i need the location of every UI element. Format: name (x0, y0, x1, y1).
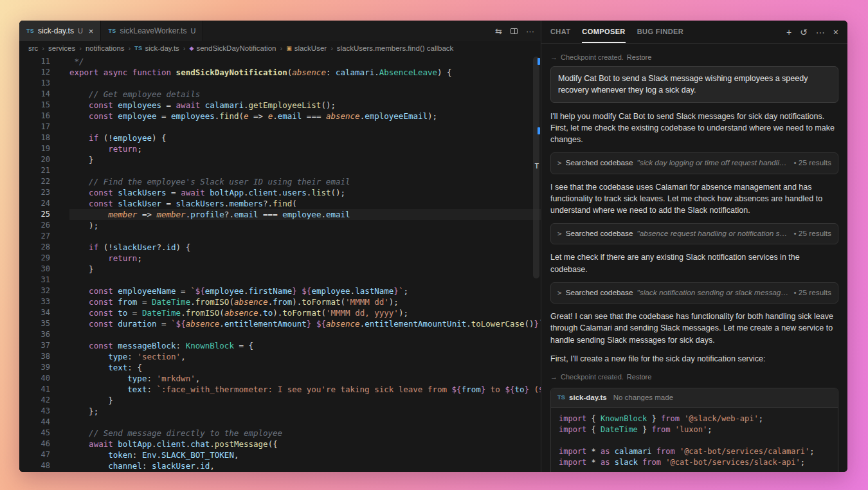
breadcrumb-item-services[interactable]: services (48, 44, 75, 52)
code-line[interactable] (69, 78, 541, 89)
code-line[interactable] (69, 275, 541, 286)
code-line[interactable]: const to = DateTime.fromISO(absence.to).… (69, 307, 541, 318)
overview-ruler-mark (538, 127, 540, 134)
breadcrumb-separator-icon: › (42, 44, 44, 52)
code-line[interactable]: const from = DateTime.fromISO(absence.fr… (69, 296, 541, 307)
code-editor[interactable]: 1112131415161718192021222324252627282930… (19, 55, 541, 472)
code-line[interactable]: const slackUser = slackUsers.members?.fi… (69, 198, 541, 209)
code-line[interactable] (69, 329, 541, 340)
breadcrumb-separator-icon: › (129, 44, 131, 52)
breadcrumb-item-slackUsers.members.find() callback[interactable]: slackUsers.members.find() callback (337, 44, 454, 52)
searched-codebase-row[interactable]: >Searched codebase"sick day logging or t… (550, 152, 838, 174)
line-number: 36 (19, 329, 50, 340)
code-block-header[interactable]: TSsick-day.tsNo changes made (551, 388, 838, 408)
tab-strip: TSsick-day.tsU×TSsickLeaveWorker.tsU (19, 21, 203, 41)
code-line[interactable]: if (!employee) { (69, 132, 541, 143)
close-panel-icon[interactable]: × (833, 27, 838, 37)
gutter: 1112131415161718192021222324252627282930… (19, 55, 60, 472)
breadcrumb-item-notifications[interactable]: notifications (86, 44, 125, 52)
line-number: 14 (19, 89, 50, 100)
code-line[interactable]: const duration = `${absence.entitlementA… (69, 318, 541, 329)
code-line[interactable]: const employeeName = `${employee.firstNa… (69, 286, 541, 296)
code-line[interactable]: const employees = await calamari.getEmpl… (69, 100, 541, 111)
code-line[interactable]: type: 'mrkdwn', (69, 373, 541, 384)
chat-tab-bug-finder[interactable]: BUG FINDER (637, 21, 683, 43)
chat-tab-composer[interactable]: COMPOSER (582, 21, 625, 43)
checkpoint-arrow-icon: → (550, 372, 557, 382)
tab-label: sickLeaveWorker.ts (120, 26, 187, 35)
code-line[interactable]: const slackUsers = await boltApp.client.… (69, 187, 541, 198)
line-number: 18 (19, 132, 50, 143)
code-line[interactable]: return; (69, 143, 541, 154)
new-chat-icon[interactable]: + (786, 27, 791, 37)
breadcrumb-label: slackUser (294, 44, 327, 52)
line-number: 43 (19, 406, 50, 417)
breadcrumb-item-sendSickDayNotification[interactable]: ◆sendSickDayNotification (190, 44, 276, 52)
more-actions-icon[interactable]: ··· (526, 26, 534, 36)
searched-codebase-row[interactable]: >Searched codebase"slack notification se… (550, 282, 838, 304)
code-line[interactable] (69, 122, 541, 132)
breadcrumb: src›services›notifications›TSsick-day.ts… (19, 41, 541, 55)
user-message[interactable]: Modify Cat Bot to send a Slack message w… (550, 66, 838, 103)
chat-panel: CHATCOMPOSERBUG FINDER + ↺ ··· × →Checkp… (541, 21, 847, 472)
breadcrumb-label: services (48, 44, 75, 52)
open-changes-icon[interactable]: ⇆ (495, 26, 502, 36)
close-tab-icon[interactable]: × (89, 26, 94, 36)
code-line: import { DateTime } from 'luxon'; (559, 424, 830, 435)
search-label: Searched codebase (566, 287, 633, 298)
code-line[interactable]: text: { (69, 362, 541, 373)
code-lines[interactable]: */export async function sendSickDayNotif… (60, 55, 541, 472)
line-number: 40 (19, 373, 50, 384)
code-line[interactable]: const messageBlock: KnownBlock = { (69, 340, 541, 351)
code-line[interactable]: await boltApp.client.chat.postMessage({ (69, 439, 541, 449)
code-line[interactable] (69, 417, 541, 428)
code-line (559, 435, 830, 446)
split-editor-icon[interactable] (511, 28, 518, 34)
line-number: 44 (19, 417, 50, 428)
assistant-paragraph: First, I'll create a new file for the si… (550, 353, 838, 365)
breadcrumb-item-sick-day.ts[interactable]: TSsick-day.ts (134, 44, 179, 52)
code-line[interactable]: // Get employee details (69, 89, 541, 100)
breadcrumb-label: notifications (86, 44, 125, 52)
code-line[interactable]: // Find the employee's Slack user ID usi… (69, 176, 541, 187)
typescript-file-icon: TS (134, 45, 142, 51)
searched-codebase-row[interactable]: >Searched codebase"absence request handl… (550, 223, 838, 244)
code-line[interactable]: const employee = employees.find(e => e.e… (69, 111, 541, 122)
code-line[interactable]: member => member.profile?.email === empl… (69, 209, 541, 220)
code-line[interactable]: } (69, 264, 541, 275)
editor-tab-sickLeaveWorker.ts[interactable]: TSsickLeaveWorker.tsU (101, 21, 203, 41)
code-line[interactable]: text: `:face_with_thermometer: I see you… (69, 384, 541, 395)
code-line[interactable]: } (69, 395, 541, 406)
search-query: "slack notification sending or slack mes… (637, 287, 790, 298)
code-line[interactable]: export async function sendSickDayNotific… (69, 67, 541, 78)
history-icon[interactable]: ↺ (800, 27, 808, 37)
more-options-icon[interactable]: ··· (816, 27, 825, 37)
code-line[interactable]: token: Env.SLACK_BOT_TOKEN, (69, 449, 541, 460)
checkpoint-restore-button[interactable]: Restore (627, 52, 652, 62)
chevron-right-icon: > (557, 229, 562, 239)
line-number: 33 (19, 296, 50, 307)
code-line[interactable] (69, 165, 541, 176)
breadcrumb-item-slackUser[interactable]: ▣slackUser (286, 44, 327, 52)
line-number: 39 (19, 362, 50, 373)
code-line[interactable]: // Send message directly to the employee (69, 428, 541, 439)
code-line[interactable]: }; (69, 406, 541, 417)
code-line[interactable]: */ (69, 56, 541, 67)
typescript-file-icon: TS (26, 28, 34, 34)
breadcrumb-separator-icon: › (183, 44, 186, 52)
code-line[interactable]: type: 'section', (69, 351, 541, 362)
chat-tab-chat[interactable]: CHAT (550, 21, 570, 43)
code-line[interactable]: if (!slackUser?.id) { (69, 242, 541, 253)
assistant-paragraph: Let me check if there are any existing S… (550, 251, 838, 275)
code-line[interactable]: channel: slackUser.id, (69, 460, 541, 471)
code-line[interactable] (69, 231, 541, 242)
breadcrumb-item-src[interactable]: src (28, 44, 38, 52)
line-number: 45 (19, 428, 50, 439)
code-line[interactable]: return; (69, 253, 541, 264)
breadcrumb-separator-icon: › (280, 44, 282, 52)
line-number: 47 (19, 449, 50, 460)
checkpoint-restore-button[interactable]: Restore (627, 372, 652, 382)
code-line[interactable]: ); (69, 220, 541, 231)
editor-tab-sick-day.ts[interactable]: TSsick-day.tsU× (19, 21, 101, 41)
code-line[interactable]: } (69, 154, 541, 165)
